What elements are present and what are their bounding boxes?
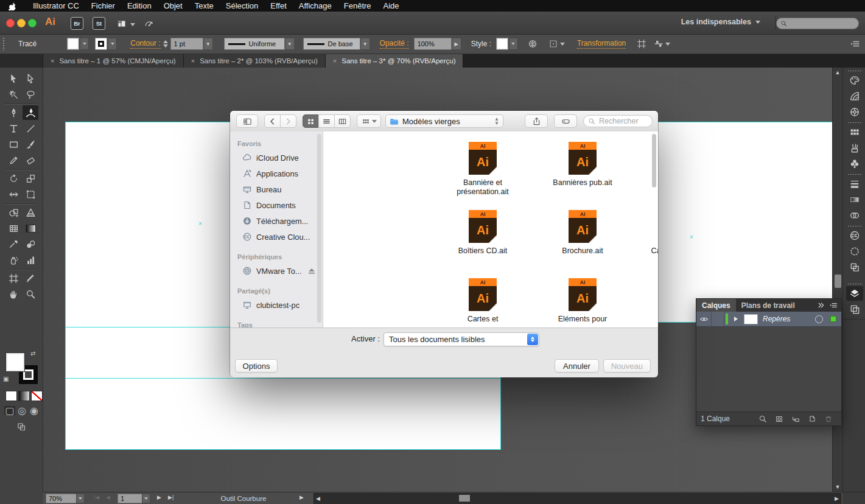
brushes-panel-icon[interactable] <box>846 141 863 155</box>
tab-calques[interactable]: Calques <box>696 299 736 312</box>
folder-dropdown[interactable]: Modèles vierges ▲▼ <box>385 114 503 128</box>
mesh-tool[interactable] <box>5 221 21 236</box>
draw-inside-mode-button[interactable]: ◉ <box>29 406 40 415</box>
color-guide-panel-icon[interactable] <box>846 105 863 119</box>
tab-close-icon[interactable]: × <box>51 57 54 65</box>
icon-view-button[interactable] <box>303 114 319 128</box>
file-type-popup[interactable]: Tous les documents lisibles <box>383 332 539 346</box>
share-button[interactable] <box>525 114 548 128</box>
dialog-search-input[interactable] <box>598 116 648 126</box>
dock-drag-handle[interactable] <box>847 70 862 72</box>
sidebar-item-clubictest-pc[interactable]: clubictest-pc <box>230 297 323 313</box>
document-tab[interactable]: × Sans titre – 3* @ 70% (RVB/Aperçu) <box>326 54 464 68</box>
artboards-panel-icon[interactable] <box>846 302 863 317</box>
zoom-dropdown[interactable] <box>76 494 85 503</box>
menu-item[interactable]: Illustrator CC <box>27 1 85 10</box>
file-item[interactable]: AI Ai Cartes de visite.ait <box>637 210 658 256</box>
tab-close-icon[interactable]: × <box>191 57 195 65</box>
layer-target-icon[interactable] <box>815 315 823 323</box>
layers-panel-icon[interactable] <box>846 286 863 301</box>
file-item[interactable]: AI Ai Brochure.ait <box>537 210 628 256</box>
vertical-scrollbar[interactable]: ▲ ▼ <box>832 68 843 492</box>
scroll-up-icon[interactable]: ▲ <box>834 69 841 75</box>
document-setup-icon[interactable] <box>528 39 538 49</box>
perspective-grid-tool[interactable] <box>23 205 38 220</box>
stock-button[interactable]: St <box>93 17 105 30</box>
color-mode-none-button[interactable] <box>31 391 43 401</box>
file-item[interactable]: AI Ai Eléments pour <box>537 278 628 324</box>
bridge-button[interactable]: Br <box>71 17 83 30</box>
zoom-window-button[interactable] <box>28 19 37 27</box>
sidebar-item-vmware[interactable]: VMware To... <box>230 263 323 279</box>
style-swatch[interactable] <box>496 38 508 50</box>
draw-normal-mode-button[interactable]: ▢ <box>4 406 15 415</box>
vertical-scroll-thumb[interactable] <box>835 275 841 288</box>
type-tool[interactable] <box>5 121 21 136</box>
paintbrush-tool[interactable] <box>23 137 38 152</box>
menu-item[interactable]: Affichage <box>293 1 338 10</box>
first-artboard-icon[interactable]: |◀ <box>94 494 99 500</box>
magic-wand-tool[interactable] <box>5 87 21 102</box>
zoom-tool[interactable] <box>23 287 38 301</box>
default-fill-stroke-icon[interactable]: ▣ <box>3 376 9 382</box>
status-popout-icon[interactable]: ▶ <box>299 494 304 500</box>
artboard-tool[interactable] <box>5 271 21 285</box>
horizontal-scroll-thumb[interactable] <box>459 495 470 502</box>
rotate-tool[interactable] <box>5 171 21 186</box>
artboard-number-field[interactable]: 1 <box>117 494 144 503</box>
layer-name[interactable]: Repères <box>763 315 790 323</box>
column-graph-tool[interactable] <box>23 253 38 267</box>
options-button[interactable]: Options <box>235 359 278 373</box>
list-view-button[interactable] <box>318 114 335 128</box>
transform-link[interactable]: Transformation <box>577 39 626 49</box>
controlbar-drag-handle[interactable] <box>2 37 5 51</box>
pen-tool[interactable] <box>5 105 21 120</box>
scale-tool[interactable] <box>23 171 38 186</box>
last-artboard-icon[interactable]: ▶| <box>168 494 173 500</box>
slice-tool[interactable] <box>23 271 38 285</box>
menu-item[interactable]: Objet <box>158 1 189 10</box>
file-item[interactable]: AI Ai Cartes et <box>437 278 528 324</box>
sidebar-item-creative-cloud[interactable]: Creative Clou... <box>230 229 323 245</box>
width-tool[interactable] <box>5 187 21 201</box>
layer-expand-icon[interactable] <box>734 317 738 321</box>
apple-menu-icon[interactable] <box>9 1 17 10</box>
menu-item[interactable]: Edition <box>121 1 158 10</box>
width-profile-dropdown[interactable]: Uniforme <box>224 38 285 50</box>
stroke-color-swatch[interactable] <box>95 38 107 50</box>
shape-builder-tool[interactable] <box>5 205 21 220</box>
brush-definition-dropdown[interactable]: De base <box>303 38 360 50</box>
gradient-panel-icon[interactable] <box>846 192 863 207</box>
close-window-button[interactable] <box>6 19 15 27</box>
dock-drag-handle[interactable] <box>847 122 862 124</box>
window-resize-corner[interactable] <box>842 492 865 504</box>
new-layer-icon[interactable] <box>808 415 816 423</box>
fill-proxy-swatch[interactable] <box>5 352 25 372</box>
dialog-search-field[interactable] <box>583 115 653 127</box>
color-mode-color-button[interactable] <box>5 391 17 401</box>
width-profile-arrow[interactable]: ▼ <box>285 38 295 50</box>
stroke-width-field[interactable]: 1 pt <box>170 38 203 50</box>
stroke-dropdown[interactable] <box>108 38 117 50</box>
tags-button[interactable] <box>554 114 577 128</box>
collapse-panel-icon[interactable] <box>817 301 825 309</box>
sidebar-item-applications[interactable]: Applications <box>230 166 323 181</box>
stroke-width-stepper[interactable] <box>163 40 168 47</box>
color-mode-gradient-button[interactable] <box>18 391 30 401</box>
curvature-tool[interactable] <box>23 105 38 120</box>
selection-panel-icon[interactable] <box>846 244 863 259</box>
app-search-input[interactable] <box>790 19 847 28</box>
line-segment-tool[interactable] <box>23 121 38 136</box>
new-sublayer-icon[interactable] <box>791 415 800 423</box>
blend-tool[interactable] <box>23 237 38 251</box>
fill-dropdown[interactable] <box>80 38 89 50</box>
document-tab[interactable]: × Sans titre – 2* @ 103% (RVB/Aperçu) <box>184 54 326 68</box>
locate-object-icon[interactable] <box>758 415 767 423</box>
eject-icon[interactable] <box>307 266 317 276</box>
back-button[interactable] <box>264 114 281 128</box>
layer-row[interactable]: Repères <box>696 312 841 327</box>
isolate-icon[interactable] <box>637 39 646 49</box>
layer-thumbnail[interactable] <box>744 314 758 324</box>
gradient-tool[interactable] <box>23 221 38 236</box>
workspace-switcher[interactable]: Les indispensables <box>681 18 760 26</box>
